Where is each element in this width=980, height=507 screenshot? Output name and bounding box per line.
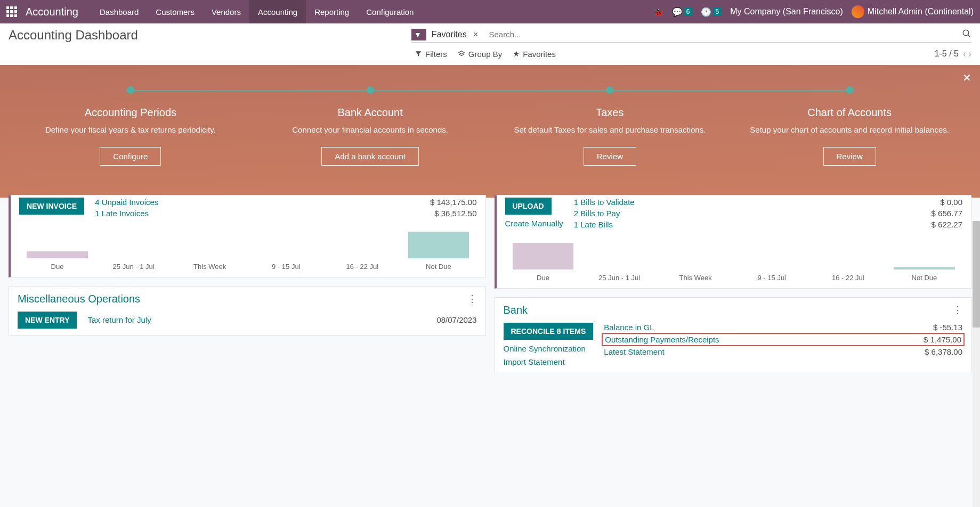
step-desc: Setup your chart of accounts and record …: [740, 124, 959, 136]
chart-label: 16 - 22 Jul: [810, 274, 886, 282]
step-dot-icon: [367, 86, 374, 94]
import-statement-link[interactable]: Import Statement: [504, 357, 565, 366]
onboarding-banner: ✕ Accounting Periods Define your fiscal …: [0, 65, 980, 198]
chart-label: 25 Jun - 1 Jul: [95, 263, 172, 271]
kv-row[interactable]: Latest Statement$ 6,378.00: [604, 347, 962, 356]
pager-prev-icon[interactable]: ‹: [963, 48, 966, 60]
step-desc: Connect your financial accounts in secon…: [261, 124, 480, 136]
bills-chart: [505, 238, 963, 269]
online-sync-link[interactable]: Online Synchronization: [504, 344, 586, 353]
step-button[interactable]: Configure: [100, 147, 161, 166]
step-title: Taxes: [501, 107, 719, 119]
avatar: [852, 5, 864, 18]
kv-value: $ 0.00: [940, 198, 962, 207]
filters-button[interactable]: Filters: [409, 47, 452, 61]
svg-point-0: [963, 30, 969, 36]
chart-bar: [400, 232, 476, 258]
search-icon[interactable]: [962, 29, 971, 40]
dashboard: NEW INVOICE 4 Unpaid Invoices$ 143,175.0…: [0, 195, 980, 382]
invoices-chart: [19, 226, 477, 258]
bills-card: UPLOAD Create Manually 1 Bills to Valida…: [495, 195, 972, 289]
new-invoice-button[interactable]: NEW INVOICE: [19, 198, 84, 215]
company-selector[interactable]: My Company (San Francisco): [730, 7, 843, 17]
groupby-button[interactable]: Group By: [452, 47, 507, 61]
onboarding-step: Chart of Accounts Setup your chart of ac…: [730, 86, 969, 166]
reconcile-button[interactable]: RECONCILE 8 ITEMS: [504, 323, 594, 340]
chart-bar: [505, 243, 581, 269]
kv-row[interactable]: Balance in GL$ -55.13: [604, 323, 962, 332]
apps-icon[interactable]: [6, 6, 17, 17]
top-nav: Accounting DashboardCustomersVendorsAcco…: [0, 0, 980, 23]
chart-label: 9 - 15 Jul: [248, 263, 324, 271]
bank-card-title[interactable]: Bank: [504, 304, 528, 316]
nav-link-vendors[interactable]: Vendors: [203, 0, 249, 23]
activity-icon[interactable]: 🕐5: [701, 7, 722, 17]
step-dot-icon: [846, 86, 853, 94]
new-entry-button[interactable]: NEW ENTRY: [18, 312, 77, 329]
pager-count: 1-5 / 5: [935, 49, 959, 59]
nav-link-accounting[interactable]: Accounting: [249, 0, 306, 23]
kv-value: $ 143,175.00: [430, 198, 477, 207]
chart-label: 16 - 22 Jul: [324, 263, 400, 271]
brand-title: Accounting: [26, 6, 78, 18]
search-bar: ▼ Favorites ×: [411, 28, 971, 43]
pager-next-icon[interactable]: ›: [968, 48, 971, 60]
facet-label: Favorites ×: [427, 29, 485, 40]
onboarding-step: Bank Account Connect your financial acco…: [250, 86, 490, 166]
chart-label: 25 Jun - 1 Jul: [581, 274, 658, 282]
step-dot-icon: [127, 86, 134, 94]
misc-card-title[interactable]: Miscellaneous Operations: [18, 293, 140, 305]
kv-row[interactable]: Outstanding Payments/Receipts$ 1,475.00: [602, 333, 965, 346]
scrollbar[interactable]: [973, 221, 980, 382]
kv-row[interactable]: 1 Late Bills$ 622.27: [574, 220, 962, 229]
nav-right: 🐞 💬6 🕐5 My Company (San Francisco) Mitch…: [653, 5, 974, 18]
facet-remove-icon[interactable]: ×: [471, 30, 480, 39]
chart-label: Due: [505, 274, 581, 282]
kv-value: $ -55.13: [933, 323, 962, 332]
kv-value: $ 1,475.00: [924, 335, 961, 344]
chart-label: Not Due: [400, 263, 476, 271]
onboarding-step: Taxes Set default Taxes for sales and pu…: [490, 86, 730, 166]
chat-icon[interactable]: 💬6: [672, 7, 693, 17]
card-menu-icon[interactable]: ⋮: [953, 304, 962, 316]
nav-link-customers[interactable]: Customers: [147, 0, 203, 23]
upload-button[interactable]: UPLOAD: [505, 198, 552, 215]
kv-row[interactable]: 1 Bills to Validate$ 0.00: [574, 198, 962, 207]
kv-row[interactable]: 2 Bills to Pay$ 656.77: [574, 209, 962, 218]
step-dot-icon: [606, 86, 613, 94]
misc-item-label[interactable]: Tax return for July: [87, 315, 415, 324]
bug-icon[interactable]: 🐞: [653, 7, 663, 17]
kv-key: Latest Statement: [604, 347, 664, 356]
chart-bar: [886, 267, 962, 269]
search-facet: ▼: [411, 29, 426, 40]
filter-icon: ▼: [414, 30, 422, 39]
chart-label: This Week: [658, 274, 734, 282]
nav-links: DashboardCustomersVendorsAccountingRepor…: [91, 0, 653, 23]
user-menu[interactable]: Mitchell Admin (Continental): [852, 5, 974, 18]
step-button[interactable]: Add a bank account: [321, 147, 419, 166]
misc-operations-card: Miscellaneous Operations ⋮ NEW ENTRY Tax…: [9, 286, 486, 336]
svg-line-1: [968, 35, 970, 37]
pager: 1-5 / 5 ‹ ›: [935, 48, 971, 60]
nav-link-configuration[interactable]: Configuration: [358, 0, 422, 23]
onboarding-steps: Accounting Periods Define your fiscal ye…: [11, 86, 969, 166]
misc-item-date: 08/07/2023: [436, 315, 476, 324]
close-icon[interactable]: ✕: [962, 71, 971, 84]
invoices-card: NEW INVOICE 4 Unpaid Invoices$ 143,175.0…: [9, 195, 486, 277]
chat-badge: 6: [684, 7, 693, 16]
kv-row[interactable]: 1 Late Invoices$ 36,512.50: [95, 209, 476, 218]
scrollbar-thumb[interactable]: [973, 221, 980, 328]
create-manually-link[interactable]: Create Manually: [505, 219, 563, 228]
card-menu-icon[interactable]: ⋮: [467, 293, 477, 305]
favorites-button[interactable]: ★ Favorites: [507, 47, 561, 61]
nav-link-dashboard[interactable]: Dashboard: [91, 0, 147, 23]
nav-link-reporting[interactable]: Reporting: [306, 0, 358, 23]
step-button[interactable]: Review: [823, 147, 876, 166]
kv-row[interactable]: 4 Unpaid Invoices$ 143,175.00: [95, 198, 476, 207]
control-bar: Accounting Dashboard ▼ Favorites × Filte…: [0, 23, 980, 65]
kv-value: $ 6,378.00: [925, 347, 962, 356]
chart-label: 9 - 15 Jul: [734, 274, 810, 282]
step-button[interactable]: Review: [584, 147, 636, 166]
step-title: Chart of Accounts: [740, 107, 959, 119]
search-input[interactable]: [484, 28, 962, 41]
